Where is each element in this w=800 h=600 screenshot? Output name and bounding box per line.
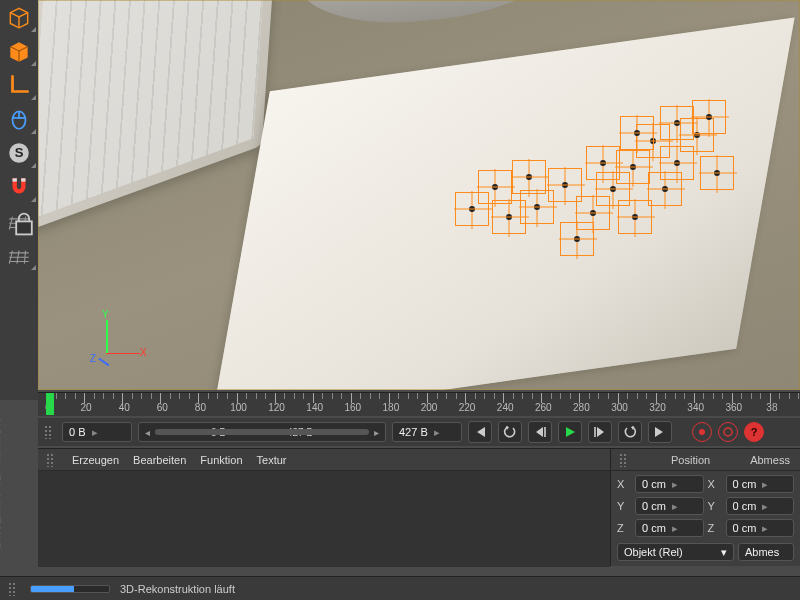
tracking-marker[interactable] — [692, 100, 726, 134]
tracking-marker[interactable] — [512, 160, 546, 194]
play-reverse-button[interactable] — [528, 421, 552, 443]
play-forward-button[interactable] — [588, 421, 612, 443]
pos-y-field[interactable]: 0 cm▸ — [635, 497, 704, 515]
dim-y-field[interactable]: 0 cm▸ — [726, 497, 795, 515]
tracking-marker[interactable] — [700, 156, 734, 190]
tracking-marker[interactable] — [660, 106, 694, 140]
record-button[interactable] — [692, 422, 712, 442]
svg-text:S: S — [15, 145, 24, 160]
autokey-button[interactable] — [718, 422, 738, 442]
menu-create[interactable]: Erzeugen — [72, 454, 119, 466]
play-button[interactable] — [558, 421, 582, 443]
tool-cube-wire[interactable] — [0, 0, 38, 34]
svg-rect-5 — [16, 221, 32, 234]
pos-x-field[interactable]: 0 cm▸ — [635, 475, 704, 493]
scene-background — [38, 0, 800, 390]
dim-x-field[interactable]: 0 cm▸ — [726, 475, 795, 493]
grip-icon — [8, 582, 16, 596]
range-slider[interactable]: ◂ 0 B 427 B ▸ — [138, 422, 386, 442]
status-text: 3D-Rekonstruktion läuft — [120, 583, 235, 595]
axis-gizmo: Y X Z — [94, 312, 144, 362]
status-bar: 3D-Rekonstruktion läuft — [0, 576, 800, 600]
menu-texture[interactable]: Textur — [257, 454, 287, 466]
menu-edit[interactable]: Bearbeiten — [133, 454, 186, 466]
axis-label: X — [708, 478, 722, 490]
menu-function[interactable]: Funktion — [200, 454, 242, 466]
svg-point-7 — [724, 428, 732, 436]
position-header: Position — [671, 454, 710, 466]
svg-point-6 — [699, 429, 705, 435]
keyboard — [38, 0, 279, 235]
coordinates-panel: Position Abmess X 0 cm▸ X 0 cm▸Y 0 cm▸ Y… — [610, 449, 800, 566]
tool-magnet[interactable] — [0, 170, 38, 204]
pos-z-field[interactable]: 0 cm▸ — [635, 519, 704, 537]
grip-icon — [44, 425, 52, 439]
tool-mouse[interactable] — [0, 102, 38, 136]
dim-z-field[interactable]: 0 cm▸ — [726, 519, 795, 537]
tool-s-circle[interactable]: S — [0, 136, 38, 170]
monitor-base — [294, 0, 562, 33]
tool-cube-solid[interactable] — [0, 34, 38, 68]
grip-icon — [46, 453, 54, 467]
axis-label: Z — [708, 522, 722, 534]
tracking-marker[interactable] — [478, 170, 512, 204]
grip-icon — [619, 453, 627, 467]
start-frame-field[interactable]: 0 B▸ — [62, 422, 132, 442]
go-end-button[interactable] — [648, 421, 672, 443]
progress-bar — [30, 585, 110, 593]
help-button[interactable]: ? — [744, 422, 764, 442]
bottom-panels: Erzeugen Bearbeiten Funktion Textur Posi… — [38, 448, 800, 566]
tool-l-shape[interactable] — [0, 68, 38, 102]
playhead[interactable] — [46, 393, 54, 415]
end-frame-field[interactable]: 427 B▸ — [392, 422, 462, 442]
axis-label: Y — [617, 500, 631, 512]
tracking-marker[interactable] — [620, 116, 654, 150]
axis-label: Y — [708, 500, 722, 512]
dimensions-header: Abmess — [750, 454, 790, 466]
axis-label: Z — [617, 522, 631, 534]
timeline-ruler[interactable]: 0204060801001201401601802002202402602803… — [38, 392, 800, 416]
step-back-loop-button[interactable] — [498, 421, 522, 443]
axis-label: X — [617, 478, 631, 490]
coord-mode-dropdown[interactable]: Objekt (Rel)▾ — [617, 543, 734, 561]
svg-rect-3 — [13, 178, 17, 181]
step-fwd-loop-button[interactable] — [618, 421, 642, 443]
material-body[interactable] — [38, 471, 610, 567]
dim-mode-dropdown[interactable]: Abmes — [738, 543, 794, 561]
material-panel: Erzeugen Bearbeiten Funktion Textur — [38, 449, 610, 566]
left-toolbar: S — [0, 0, 38, 400]
tool-grid[interactable] — [0, 238, 38, 272]
svg-rect-4 — [21, 178, 25, 181]
playback-bar: 0 B▸ ◂ 0 B 427 B ▸ 427 B▸ ? — [38, 418, 800, 446]
brand-label: CINEMA 4D MAXON — [0, 417, 4, 550]
viewport[interactable]: Y X Z — [38, 0, 800, 390]
tracking-marker[interactable] — [618, 200, 652, 234]
go-start-button[interactable] — [468, 421, 492, 443]
tool-grid-lock[interactable] — [0, 204, 38, 238]
